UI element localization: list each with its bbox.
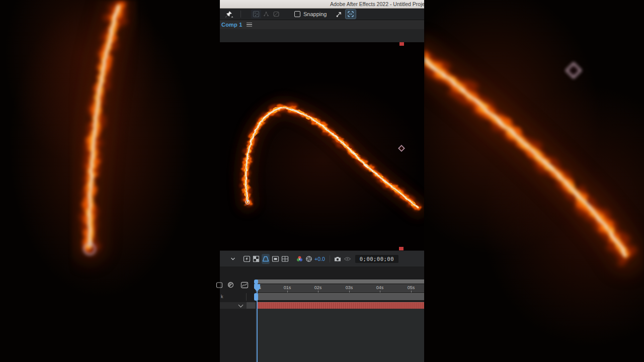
comp-panel-toolbar: +0.0 0;00;00;00 xyxy=(220,250,424,267)
video-frame: Adobe After Effects 2022 - Untitled Proj… xyxy=(0,0,644,362)
snapping-checkbox[interactable] xyxy=(294,11,300,17)
work-area-bar[interactable] xyxy=(256,293,424,301)
ruler-tick xyxy=(411,291,412,293)
puppet-option-c-button[interactable] xyxy=(271,10,281,19)
panel-tab-bar: Comp 1 xyxy=(220,20,424,30)
layer-duration-bar[interactable] xyxy=(257,302,424,309)
time-ruler[interactable]: 0s 01s 02s 03s 04s 05s xyxy=(256,284,424,293)
magnification-dropdown[interactable] xyxy=(230,254,236,264)
playhead-line xyxy=(257,280,258,362)
work-area-start-handle[interactable] xyxy=(254,293,258,301)
show-snapshot-icon xyxy=(344,255,351,262)
frame-blend-partial-icon[interactable] xyxy=(216,282,223,289)
time-navigator-bar[interactable] xyxy=(256,280,424,284)
ruler-label: 04s xyxy=(376,285,384,290)
toolbar-separator xyxy=(240,11,241,18)
layer-handle-bottom[interactable] xyxy=(399,247,404,250)
snap-arrow-icon xyxy=(335,11,343,18)
puppet-option-b-icon xyxy=(263,11,270,18)
toolbar-separator xyxy=(330,255,330,262)
composition-viewport xyxy=(220,42,424,250)
window-title: Adobe After Effects 2022 - Untitled Proj… xyxy=(330,1,424,7)
parent-link-header-partial: k xyxy=(221,294,223,299)
ruler-tick xyxy=(380,291,380,293)
mask-path-visibility-icon xyxy=(262,255,270,262)
ruler-label: 05s xyxy=(408,285,415,290)
fast-previews-button[interactable] xyxy=(243,254,251,264)
comp-tab[interactable]: Comp 1 xyxy=(221,22,243,28)
exposure-value[interactable]: +0.0 xyxy=(314,256,325,262)
exposure-aperture-button[interactable] xyxy=(305,254,312,264)
fire-stroke-canvas xyxy=(220,42,424,250)
fire-streak-left xyxy=(0,0,220,362)
mode-dropdown[interactable] xyxy=(247,302,256,309)
camera-icon xyxy=(334,255,342,262)
background-blur-right xyxy=(424,0,644,362)
puppet-option-b-button[interactable] xyxy=(261,10,271,19)
ruler-label: 02s xyxy=(314,285,322,290)
grid-and-guides-button[interactable] xyxy=(281,254,289,264)
marquee-selection-icon xyxy=(347,11,354,18)
anchor-point-diamond-blurred xyxy=(567,63,581,77)
channels-rgb-button[interactable] xyxy=(296,254,303,264)
snapping-label: Snapping xyxy=(303,11,327,17)
marquee-selection-button[interactable] xyxy=(345,9,356,19)
transfer-controls-icon[interactable] xyxy=(227,281,234,289)
window-title-bar: Adobe After Effects 2022 - Untitled Proj… xyxy=(220,0,424,9)
comp-panel-header-area xyxy=(220,30,424,43)
timecode-display[interactable]: 0;00;00;00 xyxy=(355,255,398,263)
timeline-panel: k 0s 01s 02s 03s 04s 05s xyxy=(220,280,424,362)
ruler-label: 03s xyxy=(346,285,353,290)
timeline-track-area: 0s 01s 02s 03s 04s 05s xyxy=(256,280,424,362)
show-snapshot-button[interactable] xyxy=(344,254,351,264)
chevron-down-icon xyxy=(230,256,236,262)
exposure-aperture-icon xyxy=(305,255,312,262)
mask-path-visibility-button[interactable] xyxy=(262,254,270,264)
region-of-interest-button[interactable] xyxy=(272,254,279,264)
mode-dropdown-chevron-icon[interactable] xyxy=(238,303,244,308)
timeline-switch-icons xyxy=(220,281,249,289)
graph-editor-icon[interactable] xyxy=(240,282,249,289)
fast-previews-icon xyxy=(243,255,251,262)
main-toolbar: Snapping xyxy=(220,9,424,20)
navigator-start-handle[interactable] xyxy=(254,280,258,284)
ruler-label: 01s xyxy=(284,285,291,290)
ruler-tick xyxy=(349,291,350,293)
grid-and-guides-icon xyxy=(281,255,289,262)
timeline-left-column: k xyxy=(220,280,256,362)
transparency-grid-button[interactable] xyxy=(253,254,260,264)
layer-handle-top[interactable] xyxy=(399,42,404,46)
puppet-option-a-button[interactable] xyxy=(251,10,261,19)
ruler-tick xyxy=(318,291,318,293)
puppet-option-a-icon xyxy=(253,11,260,18)
anchor-point-diamond[interactable] xyxy=(398,145,404,151)
background-blur-left xyxy=(0,0,220,362)
layer-mode-row xyxy=(220,302,256,309)
column-divider xyxy=(246,293,247,301)
region-of-interest-icon xyxy=(272,255,279,262)
snapshot-camera-button[interactable] xyxy=(334,254,342,264)
tool-dropdown-indicator xyxy=(231,16,233,18)
ruler-tick xyxy=(287,291,288,293)
after-effects-window: Adobe After Effects 2022 - Untitled Proj… xyxy=(220,0,424,362)
channels-rgb-icon xyxy=(296,255,303,262)
track-background xyxy=(256,309,424,362)
puppet-pin-tool-button[interactable] xyxy=(223,10,233,19)
timeline-panel-header xyxy=(220,266,424,280)
fire-streak-right xyxy=(424,0,644,362)
panel-menu-icon[interactable] xyxy=(247,22,252,28)
transparency-grid-icon xyxy=(253,255,260,262)
snap-arrow-button[interactable] xyxy=(334,10,344,19)
puppet-option-c-icon xyxy=(273,11,280,18)
